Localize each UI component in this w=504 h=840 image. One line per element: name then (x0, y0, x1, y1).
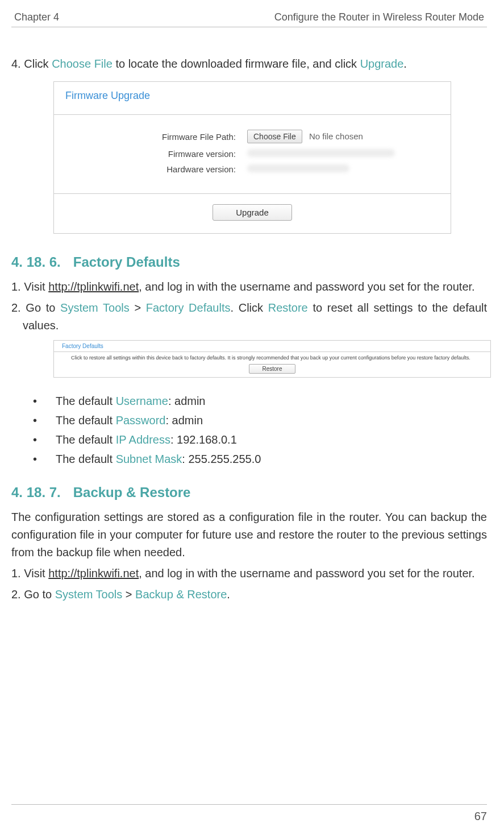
section-title: Factory Defaults (73, 254, 180, 270)
section6-step1: 1. Visit http://tplinkwifi.net, and log … (11, 278, 487, 296)
system-tools-text: System Tools (60, 301, 130, 314)
restore-button[interactable]: Restore (249, 364, 295, 374)
header-divider (11, 27, 487, 27)
section6-step2: 2. Go to System Tools > Factory Defaults… (11, 299, 487, 334)
panel-title: Factory Defaults (54, 341, 490, 352)
step-number: 4. (11, 57, 24, 70)
text: > (122, 588, 135, 601)
firmware-version-value (247, 149, 395, 157)
header-title: Configure the Router in Wireless Router … (274, 11, 484, 23)
text: The default (56, 433, 116, 446)
defaults-list: • The default Username: admin • The defa… (33, 391, 487, 469)
text: Go to (26, 301, 60, 314)
bullet-icon: • (33, 391, 56, 411)
system-tools-text: System Tools (55, 588, 123, 601)
text: Go to (24, 588, 55, 601)
factory-defaults-screenshot: Factory Defaults Click to restore all se… (53, 340, 491, 378)
value: : 255.255.255.0 (182, 453, 261, 465)
step-number: 2. (11, 301, 26, 314)
section7-step2: 2. Go to System Tools > Backup & Restore… (11, 586, 487, 603)
text: > (130, 301, 146, 314)
hardware-version-value (247, 164, 349, 172)
term: Username (116, 395, 168, 407)
section-title: Backup & Restore (73, 485, 191, 500)
step-4: 4. Click Choose File to locate the downl… (11, 56, 487, 72)
no-file-chosen-text: No file chosen (309, 131, 363, 141)
text: The default (56, 414, 116, 427)
upgrade-button[interactable]: Upgrade (213, 204, 292, 221)
section7-step1: 1. Visit http://tplinkwifi.net, and log … (11, 565, 487, 582)
section-number: 4. 18. 6. (11, 254, 61, 270)
factory-defaults-description: Click to restore all settings within thi… (71, 355, 470, 361)
term: Password (116, 414, 166, 427)
footer-divider (11, 804, 487, 805)
text: to locate the downloaded firmware file, … (113, 57, 360, 70)
text: . (403, 57, 407, 70)
restore-text: Restore (268, 301, 308, 314)
list-item: • The default Password: admin (33, 411, 487, 430)
bullet-icon: • (33, 411, 56, 430)
panel-title: Firmware Upgrade (54, 82, 451, 115)
list-item: • The default Subnet Mask: 255.255.255.0 (33, 449, 487, 469)
section-number: 4. 18. 7. (11, 485, 61, 500)
bullet-icon: • (33, 449, 56, 469)
value: : admin (165, 414, 203, 427)
tplinkwifi-link[interactable]: http://tplinkwifi.net (48, 280, 139, 293)
upgrade-text: Upgrade (360, 57, 404, 70)
term: Subnet Mask (116, 453, 182, 465)
text: The default (56, 453, 116, 465)
choose-file-button[interactable]: Choose File (247, 130, 302, 143)
section-4-18-6-heading: 4. 18. 6.Factory Defaults (11, 254, 487, 270)
text: Click (24, 57, 52, 70)
value: : 192.168.0.1 (170, 433, 237, 446)
step-number: 1. (11, 567, 24, 580)
list-item: • The default Username: admin (33, 391, 487, 411)
text: Visit (24, 567, 48, 580)
list-item: • The default IP Address: 192.168.0.1 (33, 430, 487, 449)
text: , and log in with the username and passw… (139, 567, 474, 580)
step-number: 2. (11, 588, 24, 601)
section-4-18-7-heading: 4. 18. 7.Backup & Restore (11, 485, 487, 500)
backup-restore-text: Backup & Restore (135, 588, 227, 601)
step-number: 1. (11, 280, 24, 293)
hardware-version-label: Hardware version: (65, 164, 247, 174)
text: , and log in with the username and passw… (139, 280, 474, 293)
text: . (227, 588, 230, 601)
term: IP Address (116, 433, 170, 446)
text: The default (56, 395, 116, 407)
firmware-file-path-label: Firmware File Path: (65, 132, 247, 142)
tplinkwifi-link[interactable]: http://tplinkwifi.net (48, 567, 139, 580)
section7-paragraph: The configuration settings are stored as… (11, 508, 487, 561)
value: : admin (168, 395, 206, 407)
chapter-label: Chapter 4 (14, 11, 59, 23)
text: Visit (24, 280, 48, 293)
firmware-upgrade-screenshot: Firmware Upgrade Firmware File Path: Cho… (53, 81, 451, 234)
text: . Click (230, 301, 268, 314)
bullet-icon: • (33, 430, 56, 449)
factory-defaults-text: Factory Defaults (146, 301, 231, 314)
choose-file-text: Choose File (52, 57, 113, 70)
firmware-version-label: Firmware version: (65, 149, 247, 159)
page-number: 67 (474, 810, 487, 823)
